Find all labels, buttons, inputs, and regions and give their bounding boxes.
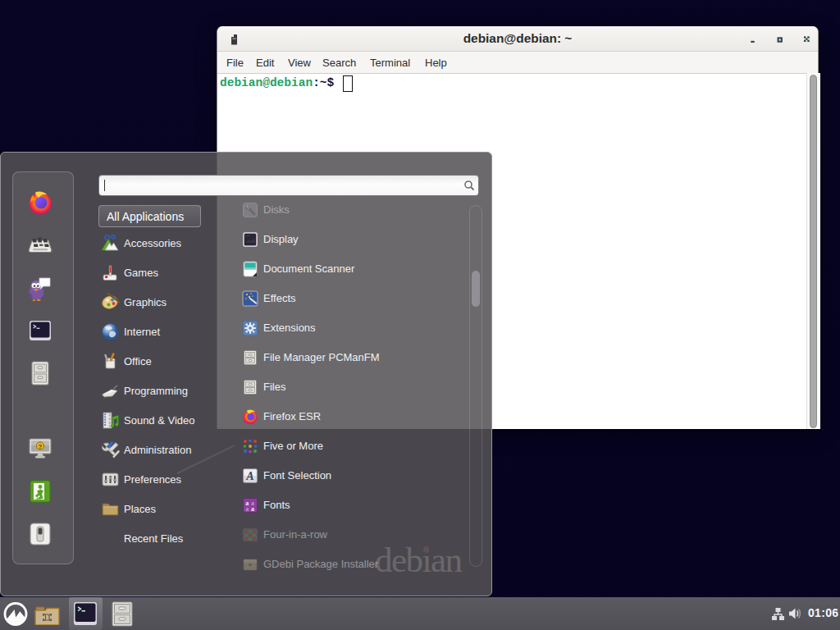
svg-text:A: A <box>245 470 253 482</box>
svg-text:a: a <box>251 505 254 513</box>
svg-text:?: ? <box>39 443 43 450</box>
svg-text:a: a <box>245 505 249 513</box>
